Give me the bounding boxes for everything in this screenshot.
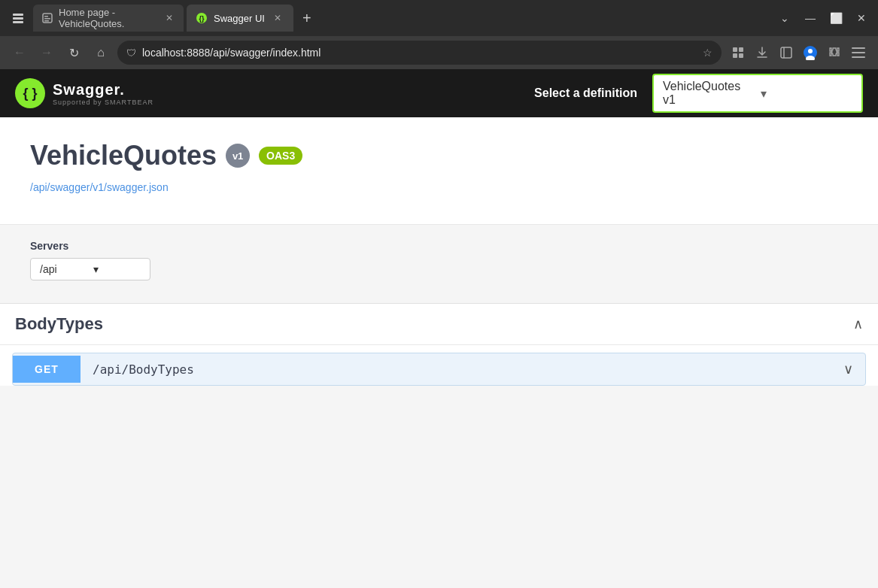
method-badge-get: GET — [13, 356, 81, 383]
menu-icon[interactable] — [848, 42, 869, 63]
profile-icon[interactable] — [800, 42, 821, 63]
toolbar-icons — [728, 42, 869, 63]
api-section-bodytypes: BodyTypes ∧ GET /api/BodyTypes ∨ — [0, 303, 878, 386]
tab-home-label: Home page - VehicleQuotes. — [59, 7, 158, 29]
svg-text:{}: {} — [199, 15, 205, 23]
tab-swagger-label: Swagger UI — [214, 13, 265, 24]
servers-section: Servers /api ▾ — [0, 225, 878, 303]
endpoint-row-get-bodytypes[interactable]: GET /api/BodyTypes ∨ — [12, 353, 866, 386]
api-spec-link[interactable]: /api/swagger/v1/swagger.json — [30, 181, 169, 193]
svg-rect-11 — [733, 53, 737, 58]
endpoint-chevron-bodytypes[interactable]: ∨ — [831, 353, 865, 385]
svg-rect-9 — [733, 47, 737, 52]
extensions-puzzle-icon[interactable] — [824, 42, 845, 63]
address-bar: ← → ↻ ⌂ 🛡 localhost:8888/api/swagger/ind… — [0, 36, 878, 69]
back-button[interactable]: ← — [9, 42, 30, 63]
tab-dropdown-button[interactable]: ⌄ — [774, 8, 795, 29]
swagger-logo-icon: { } — [15, 78, 45, 108]
page-content: { } Swagger. Supported by SMARTBEAR Sele… — [0, 69, 878, 588]
svg-rect-4 — [44, 16, 48, 17]
endpoint-path-bodytypes: /api/BodyTypes — [81, 355, 831, 384]
close-button[interactable]: ✕ — [851, 8, 872, 29]
definition-select[interactable]: VehicleQuotes v1 ▾ — [652, 74, 863, 113]
svg-rect-20 — [852, 56, 865, 58]
api-section-header-bodytypes[interactable]: BodyTypes ∧ — [0, 304, 878, 345]
api-info-section: VehicleQuotes v1 OAS3 /api/swagger/v1/sw… — [0, 117, 878, 225]
tab-swagger-close[interactable]: ✕ — [271, 11, 284, 25]
svg-rect-2 — [13, 21, 23, 23]
badge-v1: v1 — [226, 144, 250, 168]
svg-rect-1 — [13, 17, 23, 20]
swagger-subtitle: Supported by SMARTBEAR — [53, 99, 153, 106]
maximize-button[interactable]: ⬜ — [825, 8, 846, 29]
server-chevron: ▾ — [93, 263, 141, 275]
browser-window: Home page - VehicleQuotes. ✕ {} Swagger … — [0, 0, 878, 588]
svg-rect-5 — [44, 18, 50, 20]
definition-value: VehicleQuotes v1 — [663, 80, 755, 107]
forward-button[interactable]: → — [36, 42, 57, 63]
api-section-title-bodytypes: BodyTypes — [15, 314, 103, 334]
swagger-main: VehicleQuotes v1 OAS3 /api/swagger/v1/sw… — [0, 117, 878, 588]
tab-home-favicon — [42, 12, 53, 24]
extensions-icon[interactable] — [728, 42, 749, 63]
security-icon: 🛡 — [126, 47, 136, 59]
svg-rect-18 — [852, 47, 865, 49]
badge-oas3: OAS3 — [259, 147, 302, 165]
svg-rect-10 — [739, 47, 743, 52]
tab-swagger-favicon: {} — [196, 12, 208, 24]
minimize-button[interactable]: — — [800, 8, 821, 29]
new-tab-button[interactable]: + — [296, 8, 317, 29]
api-section-chevron-bodytypes[interactable]: ∧ — [853, 316, 863, 332]
url-display: localhost:8888/api/swagger/index.html — [142, 47, 697, 59]
definition-chevron: ▾ — [761, 86, 852, 101]
tab-bar: Home page - VehicleQuotes. ✕ {} Swagger … — [0, 0, 878, 36]
svg-rect-6 — [44, 20, 49, 22]
home-button[interactable]: ⌂ — [90, 42, 111, 63]
svg-rect-19 — [852, 52, 865, 53]
definition-label: Select a definition — [534, 86, 637, 100]
tab-bar-right: ⌄ — ⬜ ✕ — [774, 8, 872, 29]
svg-rect-12 — [739, 53, 743, 58]
tab-home-close[interactable]: ✕ — [164, 11, 175, 25]
sidebar-icon[interactable] — [776, 42, 797, 63]
svg-point-16 — [808, 49, 813, 53]
address-bar-input[interactable]: 🛡 localhost:8888/api/swagger/index.html … — [117, 41, 722, 65]
tab-list-icon[interactable] — [6, 6, 30, 30]
svg-rect-13 — [781, 47, 791, 58]
bookmark-icon[interactable]: ☆ — [703, 47, 712, 59]
api-title-row: VehicleQuotes v1 OAS3 — [30, 140, 848, 171]
download-icon[interactable] — [752, 42, 773, 63]
swagger-brand: Swagger. — [53, 81, 153, 99]
swagger-logo: { } Swagger. Supported by SMARTBEAR — [15, 78, 153, 108]
reload-button[interactable]: ↻ — [63, 42, 84, 63]
servers-select[interactable]: /api ▾ — [30, 258, 150, 280]
svg-rect-0 — [13, 14, 23, 16]
tab-swagger[interactable]: {} Swagger UI ✕ — [187, 5, 293, 32]
server-value: /api — [40, 263, 87, 275]
api-title: VehicleQuotes — [30, 140, 217, 171]
servers-label: Servers — [30, 240, 848, 252]
tab-home[interactable]: Home page - VehicleQuotes. ✕ — [33, 5, 184, 32]
swagger-logo-text: Swagger. Supported by SMARTBEAR — [53, 81, 153, 106]
swagger-header: { } Swagger. Supported by SMARTBEAR Sele… — [0, 69, 878, 117]
